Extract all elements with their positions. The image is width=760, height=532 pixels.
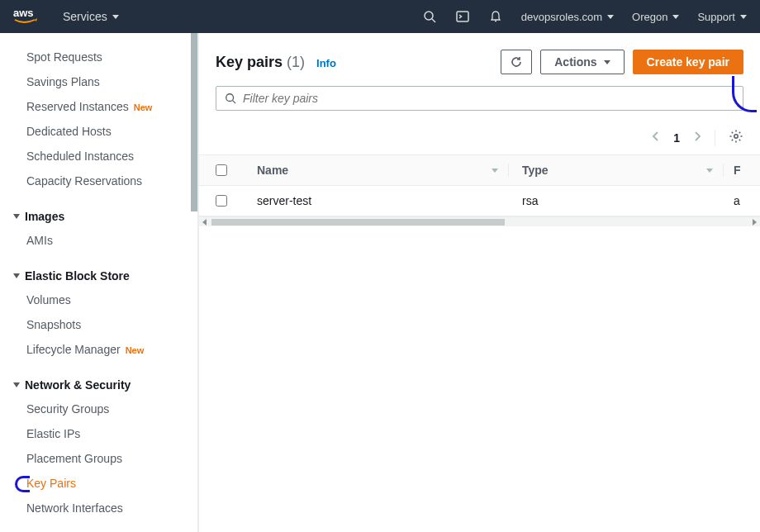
row-cell-name: server-test <box>257 194 509 207</box>
filter-input-wrap[interactable] <box>216 86 743 111</box>
header-actions: Actions Create key pair <box>501 50 743 74</box>
page-title: Key pairs (1) <box>216 54 305 71</box>
column-header-type[interactable]: Type <box>509 164 724 177</box>
sidebar-item-savings-plans[interactable]: Savings Plans <box>0 69 197 94</box>
region-label: Oregon <box>632 11 667 23</box>
sort-icon <box>492 169 498 173</box>
key-pairs-table: Name Type F server-test <box>199 154 760 226</box>
chevron-down-icon <box>604 60 610 64</box>
sidebar-group-label: Images <box>25 210 64 223</box>
sidebar-item-label: Key Pairs <box>26 477 76 490</box>
horizontal-scrollbar[interactable] <box>199 216 760 226</box>
new-badge: New <box>134 102 153 112</box>
column-header-name[interactable]: Name <box>257 164 509 177</box>
scrollbar-thumb[interactable] <box>211 219 505 226</box>
account-label: devopsroles.com <box>521 11 602 23</box>
scrollbar-thumb[interactable] <box>191 33 197 211</box>
chevron-down-icon <box>740 15 747 19</box>
chevron-left-icon <box>652 131 660 142</box>
cell-value: server-test <box>257 194 311 207</box>
aws-logo-icon: aws <box>13 7 46 26</box>
sidebar-item-network-interfaces[interactable]: Network Interfaces <box>0 496 197 520</box>
sidebar-item-elastic-ips[interactable]: Elastic IPs <box>0 421 197 446</box>
sidebar-item-amis[interactable]: AMIs <box>0 228 197 253</box>
page-title-text: Key pairs <box>216 54 283 70</box>
filter-input[interactable] <box>243 92 734 105</box>
sidebar-item-dedicated-hosts[interactable]: Dedicated Hosts <box>0 119 197 144</box>
page-header: Key pairs (1) Info Actions Create key pa… <box>199 33 760 86</box>
sidebar-group-network[interactable]: Network & Security <box>0 362 197 397</box>
row-checkbox[interactable] <box>216 195 227 207</box>
sidebar-item-snapshots[interactable]: Snapshots <box>0 312 197 337</box>
column-header-extra[interactable]: F <box>724 164 743 177</box>
prev-page-button[interactable] <box>652 129 660 146</box>
sidebar-item-label: Dedicated Hosts <box>26 125 112 138</box>
create-label: Create key pair <box>647 55 729 69</box>
svg-point-5 <box>226 94 234 102</box>
sidebar: Spot Requests Savings Plans Reserved Ins… <box>0 33 198 532</box>
account-menu[interactable]: devopsroles.com <box>521 11 614 23</box>
sidebar-scroll[interactable]: Spot Requests Savings Plans Reserved Ins… <box>0 33 197 532</box>
sidebar-group-images[interactable]: Images <box>0 193 197 228</box>
refresh-button[interactable] <box>501 50 532 74</box>
refresh-icon <box>510 55 523 69</box>
bell-icon[interactable] <box>488 9 503 24</box>
support-menu[interactable]: Support <box>697 11 747 23</box>
sidebar-item-volumes[interactable]: Volumes <box>0 287 197 312</box>
sidebar-item-label: Security Groups <box>26 402 109 416</box>
sidebar-item-label: AMIs <box>26 234 53 247</box>
sidebar-group-label: Elastic Block Store <box>25 269 130 283</box>
sidebar-group-label: Network & Security <box>25 378 131 392</box>
divider <box>715 130 715 146</box>
actions-label: Actions <box>554 55 596 69</box>
cloudshell-icon[interactable] <box>455 9 470 24</box>
sidebar-item-security-groups[interactable]: Security Groups <box>0 397 197 421</box>
svg-point-4 <box>495 21 496 22</box>
main: Key pairs (1) Info Actions Create key pa… <box>198 33 760 532</box>
sidebar-item-key-pairs[interactable]: Key Pairs <box>0 471 197 496</box>
gear-icon <box>729 129 743 144</box>
sidebar-item-spot-requests[interactable]: Spot Requests <box>0 45 197 69</box>
info-link[interactable]: Info <box>316 57 336 69</box>
svg-line-2 <box>432 19 435 22</box>
new-badge: New <box>126 345 145 355</box>
select-all-checkbox[interactable] <box>216 164 227 176</box>
sidebar-item-label: Network Interfaces <box>26 501 123 515</box>
sidebar-item-placement-groups[interactable]: Placement Groups <box>0 446 197 471</box>
select-all-cell <box>216 164 257 177</box>
sidebar-item-label: Reserved Instances <box>26 100 129 113</box>
sidebar-group-ebs[interactable]: Elastic Block Store <box>0 253 197 287</box>
support-label: Support <box>697 11 735 23</box>
svg-text:aws: aws <box>13 7 34 19</box>
search-icon[interactable] <box>422 9 437 24</box>
settings-button[interactable] <box>729 129 743 146</box>
sidebar-item-capacity-reservations[interactable]: Capacity Reservations <box>0 169 197 193</box>
table-header-row: Name Type F <box>199 154 760 186</box>
sidebar-item-label: Placement Groups <box>26 452 122 465</box>
column-label: Name <box>257 164 288 177</box>
chevron-down-icon <box>13 382 20 387</box>
page-number: 1 <box>673 131 680 145</box>
svg-point-7 <box>734 135 738 138</box>
topnav-left: aws Services <box>13 7 119 26</box>
main-content: Key pairs (1) Info Actions Create key pa… <box>198 33 760 532</box>
region-menu[interactable]: Oregon <box>632 11 679 23</box>
sidebar-item-lifecycle-manager[interactable]: Lifecycle ManagerNew <box>0 337 197 362</box>
sidebar-item-label: Savings Plans <box>26 75 100 88</box>
next-page-button[interactable] <box>693 129 701 146</box>
sidebar-item-scheduled-instances[interactable]: Scheduled Instances <box>0 144 197 169</box>
chevron-right-icon <box>693 131 701 142</box>
chevron-down-icon <box>13 273 20 278</box>
actions-button[interactable]: Actions <box>540 50 624 74</box>
create-key-pair-button[interactable]: Create key pair <box>633 50 743 74</box>
sidebar-item-label: Spot Requests <box>26 50 102 64</box>
services-menu[interactable]: Services <box>63 10 119 23</box>
topnav-right: devopsroles.com Oregon Support <box>422 9 747 24</box>
search-icon <box>225 93 236 104</box>
table-row[interactable]: server-test rsa a <box>199 186 760 216</box>
arrow-right-icon <box>753 219 757 226</box>
sidebar-item-reserved-instances[interactable]: Reserved InstancesNew <box>0 94 197 119</box>
sidebar-item-label: Lifecycle Manager <box>26 343 121 356</box>
chevron-down-icon <box>672 15 679 19</box>
aws-logo[interactable]: aws <box>13 7 46 26</box>
